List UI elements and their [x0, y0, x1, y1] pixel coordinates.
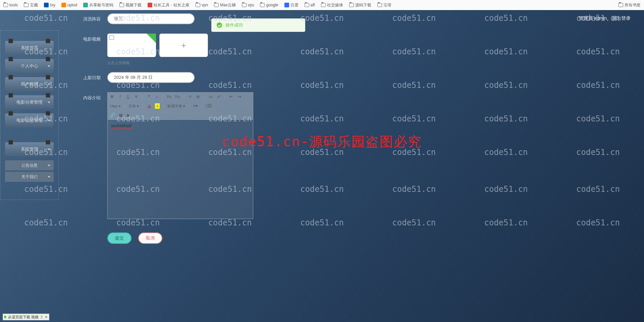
- folder-icon: [321, 3, 326, 7]
- bookmark-label: 宝塔: [383, 2, 391, 8]
- bookmark-label: 站长工具 - 站长之家: [154, 2, 190, 8]
- folder-icon: [214, 3, 219, 7]
- bookmark-item[interactable]: 源码下载: [349, 2, 371, 8]
- folder-icon: [119, 3, 124, 7]
- folder-icon: [242, 3, 247, 7]
- bookmark-label: aff: [311, 3, 315, 7]
- bookmark-item[interactable]: 共享账号密码: [83, 2, 113, 8]
- bookmark-label: tools: [9, 3, 18, 7]
- bookmark-label: txy: [50, 3, 55, 7]
- bookmark-label: 百度: [290, 2, 299, 8]
- bookmark-label: Max云梯: [220, 2, 236, 8]
- bookmark-item[interactable]: 视频下载: [119, 2, 142, 8]
- folder-icon: [377, 3, 382, 7]
- folder-icon: [349, 3, 354, 7]
- bookmark-label: 宝藏: [30, 2, 38, 8]
- bookmark-item[interactable]: 宝藏: [24, 2, 38, 8]
- bookmark-item[interactable]: aff: [305, 3, 315, 7]
- bookmark-label: 源码下载: [355, 2, 371, 8]
- folder-icon: [3, 3, 8, 7]
- bookmark-item[interactable]: 社交媒体: [321, 2, 343, 8]
- bookmark-item[interactable]: uplod: [61, 3, 77, 7]
- bookmark-label: vps: [248, 3, 254, 7]
- browser-bookmark-bar: tools宝藏txyuplod共享账号密码视频下载站长工具 - 站长之家vpnM…: [0, 0, 644, 10]
- bookmark-label: vpn: [202, 3, 208, 7]
- bookmarks-left: tools宝藏txyuplod共享账号密码视频下载站长工具 - 站长之家vpnM…: [3, 2, 391, 8]
- bookmark-label: google: [266, 3, 278, 7]
- folder-icon: [305, 3, 309, 7]
- bookmark-item[interactable]: txy: [44, 3, 55, 7]
- bookmark-label: 所有书签: [625, 2, 641, 8]
- bookmark-label: 社交媒体: [327, 2, 343, 8]
- bookmark-item[interactable]: tools: [3, 3, 18, 7]
- app-icon: [44, 3, 49, 7]
- bookmark-label: 视频下载: [125, 2, 142, 8]
- folder-icon: [260, 3, 265, 7]
- folder-icon: [24, 3, 29, 7]
- bookmarks-right: 所有书签: [619, 2, 641, 8]
- bookmark-item[interactable]: 站长工具 - 站长之家: [148, 2, 190, 8]
- app-icon: [148, 3, 152, 7]
- bookmark-item[interactable]: 所有书签: [619, 2, 641, 8]
- app-icon: [284, 3, 289, 7]
- app-icon: [61, 3, 66, 7]
- app-icon: [83, 3, 88, 7]
- folder-icon: [619, 3, 623, 7]
- bookmark-item[interactable]: 百度: [284, 2, 299, 8]
- folder-icon: [196, 3, 200, 7]
- bookmark-item[interactable]: Max云梯: [214, 2, 236, 8]
- bookmark-item[interactable]: 宝塔: [377, 2, 391, 8]
- bookmark-item[interactable]: google: [260, 3, 278, 7]
- bookmark-item[interactable]: vps: [242, 3, 254, 7]
- bookmark-item[interactable]: vpn: [196, 3, 208, 7]
- bookmark-label: 共享账号密码: [89, 2, 113, 8]
- bookmark-label: uplod: [67, 3, 77, 7]
